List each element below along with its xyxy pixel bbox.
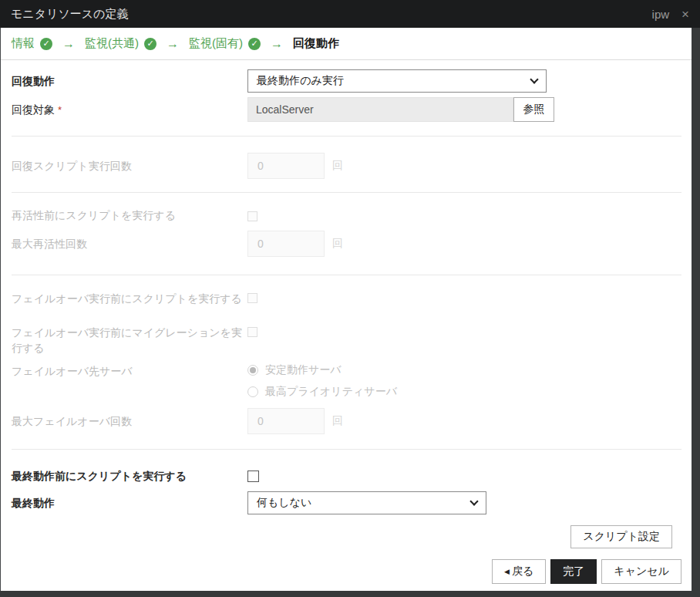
max-failover-input	[247, 408, 325, 434]
reactivate-script-checkbox	[247, 211, 257, 221]
radio-unselected-icon	[247, 386, 258, 397]
radio-selected-icon	[247, 365, 258, 376]
wizard-step-recovery-action: 回復動作	[293, 36, 339, 51]
row-max-reactivation: 最大再活性回数 回	[12, 231, 681, 257]
close-icon[interactable]: ×	[681, 8, 689, 21]
window-badge: ipw	[652, 8, 670, 21]
failover-script-label: フェイルオーバ実行前にスクリプトを実行する	[12, 291, 247, 306]
browse-button[interactable]: 参照	[513, 97, 554, 122]
script-settings-button[interactable]: スクリプト設定	[570, 525, 672, 548]
recovery-script-count-input	[247, 153, 325, 179]
form-area: 回復動作 最終動作のみ実行 回復対象* LocalServer 参照 回復スクリ…	[1, 60, 692, 584]
screen: モニタリソースの定義 ipw × 情報 ✓ → 監視(共通) ✓ → 監視(固有…	[0, 0, 700, 597]
recovery-target-field: LocalServer	[247, 97, 513, 122]
max-reactivation-input	[247, 231, 325, 257]
wizard-step-info[interactable]: 情報	[12, 36, 35, 51]
chevron-down-icon	[530, 75, 538, 83]
required-asterisk: *	[58, 104, 62, 116]
max-failover-label: 最大フェイルオーバ回数	[12, 413, 247, 429]
row-final-action: 最終動作 何もしない	[12, 491, 681, 514]
reactivate-script-label: 再活性前にスクリプトを実行する	[12, 207, 247, 223]
arrow-right-icon: →	[271, 37, 283, 51]
radio-option-stable-server: 安定動作サーバ	[247, 363, 397, 377]
unit-label: 回	[332, 159, 343, 173]
row-recovery-script-count: 回復スクリプト実行回数 回	[12, 153, 681, 179]
wizard-step-monitor-common[interactable]: 監視(共通)	[85, 36, 139, 51]
final-action-label: 最終動作	[12, 495, 247, 511]
failover-migration-label: フェイルオーバ実行前にマイグレーションを実行する	[12, 325, 247, 356]
wizard-step-monitor-special[interactable]: 監視(固有)	[189, 36, 243, 51]
arrow-right-icon: →	[62, 37, 75, 51]
failover-migration-checkbox	[247, 327, 257, 337]
recovery-action-label: 回復動作	[12, 73, 247, 89]
section-divider	[12, 136, 681, 137]
radio-option-highest-priority-server: 最高プライオリティサーバ	[247, 385, 397, 399]
unit-label: 回	[332, 237, 343, 251]
back-button-label: 戻る	[512, 565, 533, 578]
check-circle-icon: ✓	[248, 38, 261, 50]
cancel-button[interactable]: キャンセル	[601, 559, 681, 584]
row-reactivate-script: 再活性前にスクリプトを実行する	[12, 207, 681, 223]
finish-button[interactable]: 完了	[550, 559, 597, 584]
check-circle-icon: ✓	[40, 38, 52, 50]
recovery-action-value: 最終動作のみ実行	[257, 74, 344, 88]
check-circle-icon: ✓	[144, 38, 156, 50]
radio-option-label: 安定動作サーバ	[265, 363, 342, 377]
recovery-target-value: LocalServer	[256, 103, 314, 116]
row-max-failover: 最大フェイルオーバ回数 回	[12, 408, 681, 434]
wizard-breadcrumb: 情報 ✓ → 監視(共通) ✓ → 監視(固有) ✓ → 回復動作	[1, 28, 692, 60]
row-failover-server: フェイルオーバ先サーバ 安定動作サーバ 最高プライオリティサーバ	[12, 363, 681, 399]
radio-option-label: 最高プライオリティサーバ	[265, 385, 397, 399]
recovery-target-label-text: 回復対象	[12, 103, 55, 116]
recovery-script-count-label: 回復スクリプト実行回数	[12, 158, 247, 174]
dialog-body: 情報 ✓ → 監視(共通) ✓ → 監視(固有) ✓ → 回復動作 回復動作 最…	[0, 28, 692, 591]
section-divider	[12, 192, 681, 193]
row-failover-migration: フェイルオーバ実行前にマイグレーションを実行する	[12, 325, 681, 356]
final-action-value: 何もしない	[257, 496, 311, 510]
row-recovery-target: 回復対象* LocalServer 参照	[12, 97, 681, 122]
row-recovery-action: 回復動作 最終動作のみ実行	[12, 69, 681, 93]
recovery-action-select[interactable]: 最終動作のみ実行	[247, 69, 547, 93]
row-failover-script: フェイルオーバ実行前にスクリプトを実行する	[12, 291, 681, 322]
failover-server-radio-group: 安定動作サーバ 最高プライオリティサーバ	[247, 363, 397, 399]
triangle-left-icon: ◀	[504, 568, 510, 575]
recovery-target-label: 回復対象*	[12, 102, 247, 118]
back-button[interactable]: ◀戻る	[492, 559, 546, 584]
final-action-script-checkbox[interactable]	[247, 471, 259, 482]
unit-label: 回	[332, 414, 343, 428]
arrow-right-icon: →	[167, 37, 179, 51]
final-action-select[interactable]: 何もしない	[247, 491, 486, 514]
section-divider	[12, 275, 681, 275]
row-final-action-script: 最終動作前にスクリプトを実行する	[12, 468, 681, 484]
dialog-titlebar: モニタリソースの定義 ipw ×	[0, 0, 700, 28]
section-divider	[12, 449, 681, 450]
script-settings-row: スクリプト設定	[12, 525, 681, 548]
max-reactivation-label: 最大再活性回数	[12, 236, 247, 251]
final-action-script-label: 最終動作前にスクリプトを実行する	[12, 468, 247, 484]
failover-script-checkbox	[247, 293, 257, 303]
dialog-title: モニタリソースの定義	[11, 7, 128, 22]
footer-button-row: ◀戻る 完了 キャンセル	[12, 559, 681, 584]
chevron-down-icon	[469, 497, 478, 505]
failover-server-label: フェイルオーバ先サーバ	[12, 363, 247, 379]
